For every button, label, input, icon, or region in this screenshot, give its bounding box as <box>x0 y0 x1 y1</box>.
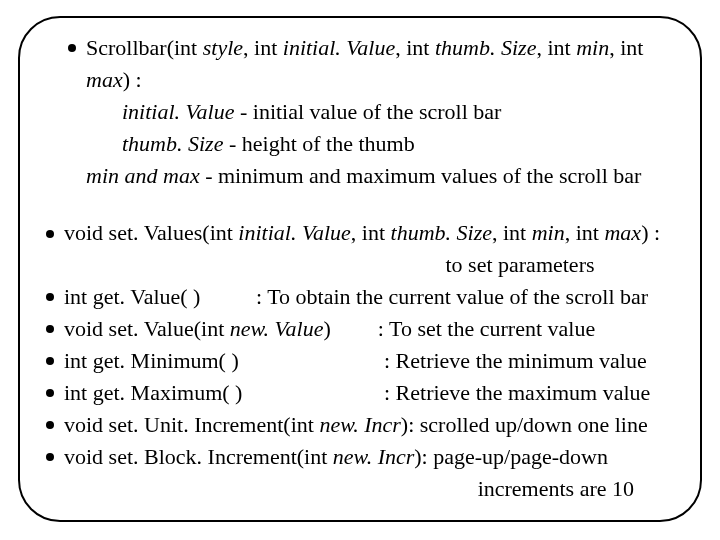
method-getvalue: int get. Value( ): To obtain the current… <box>46 281 674 313</box>
gv-desc: : To obtain the current value of the scr… <box>256 284 648 309</box>
sbi-post: ): page-up/page-down <box>414 444 608 469</box>
ctor-suffix: ) : <box>123 67 142 92</box>
desc-min-max: min and max - minimum and maximum values… <box>68 160 674 192</box>
ctor-text: Scrollbar(int <box>86 35 203 60</box>
sv-pre: void set. Values(int <box>64 220 238 245</box>
ctor-param-style: style <box>203 35 243 60</box>
slide: Scrollbar(int style, int initial. Value,… <box>0 0 720 540</box>
sv-p4: max <box>604 220 641 245</box>
sbi-p: new. Incr <box>333 444 414 469</box>
ctor-sep4: , int <box>609 35 643 60</box>
desc-iv-text: - initial value of the scroll bar <box>234 99 501 124</box>
desc-ts-text: - height of the thumb <box>223 131 414 156</box>
sv-s1: , int <box>351 220 391 245</box>
method-setvalue: void set. Value(int new. Value) : To set… <box>46 313 674 345</box>
stv-post: ) <box>323 316 330 341</box>
method-setunitincrement: void set. Unit. Increment(int new. Incr)… <box>46 409 674 441</box>
gmax-pre: int get. Maximum( ) <box>64 377 384 409</box>
sv-p3: min <box>532 220 565 245</box>
method-getmaximum: int get. Maximum( ): Retrieve the maximu… <box>46 377 674 409</box>
sv-p1: initial. Value <box>238 220 350 245</box>
gv-pre: int get. Value( ) <box>64 281 256 313</box>
gmin-pre: int get. Minimum( ) <box>64 345 384 377</box>
desc-initial-value: initial. Value - initial value of the sc… <box>104 96 674 128</box>
ctor-sep1: , int <box>243 35 283 60</box>
ctor-param-min: min <box>576 35 609 60</box>
setblockincrement-trail: increments are 10 <box>46 473 674 505</box>
setvalues-desc: to set parameters <box>366 249 674 281</box>
sui-pre: void set. Unit. Increment(int <box>64 412 319 437</box>
sbi-pre: void set. Block. Increment(int <box>64 444 333 469</box>
desc-thumb-size: thumb. Size - height of the thumb <box>104 128 674 160</box>
stv-desc: : To set the current value <box>378 316 595 341</box>
method-getminimum: int get. Minimum( ): Retrieve the minimu… <box>46 345 674 377</box>
desc-iv-name: initial. Value <box>122 99 234 124</box>
ctor-param-thumbsize: thumb. Size <box>435 35 536 60</box>
stv-wrap: void set. Value(int new. Value) <box>64 313 331 345</box>
ctor-param-initialvalue: initial. Value <box>283 35 395 60</box>
spacer <box>46 191 674 217</box>
gmin-desc: : Retrieve the minimum value <box>384 348 647 373</box>
sv-s3: , int <box>565 220 605 245</box>
constructor-bullet: Scrollbar(int style, int initial. Value,… <box>68 32 674 96</box>
sv-s2: , int <box>492 220 532 245</box>
sui-p: new. Incr <box>319 412 400 437</box>
ctor-sep2: , int <box>395 35 435 60</box>
desc-mm-text: - minimum and maximum values of the scro… <box>205 163 641 188</box>
method-setvalues: void set. Values(int initial. Value, int… <box>46 217 674 249</box>
desc-ts-name: thumb. Size <box>122 131 223 156</box>
sv-post: ) : <box>641 220 660 245</box>
stv-pre: void set. Value(int <box>64 316 230 341</box>
sv-p2: thumb. Size <box>391 220 492 245</box>
ctor-sep3: , int <box>536 35 576 60</box>
gmax-desc: : Retrieve the maximum value <box>384 380 650 405</box>
method-setblockincrement: void set. Block. Increment(int new. Incr… <box>46 441 674 473</box>
stv-p: new. Value <box>230 316 324 341</box>
content-frame: Scrollbar(int style, int initial. Value,… <box>18 16 702 522</box>
sui-post: ): scrolled up/down one line <box>401 412 648 437</box>
ctor-param-max: max <box>86 67 123 92</box>
desc-mm-name: min and max <box>86 163 205 188</box>
